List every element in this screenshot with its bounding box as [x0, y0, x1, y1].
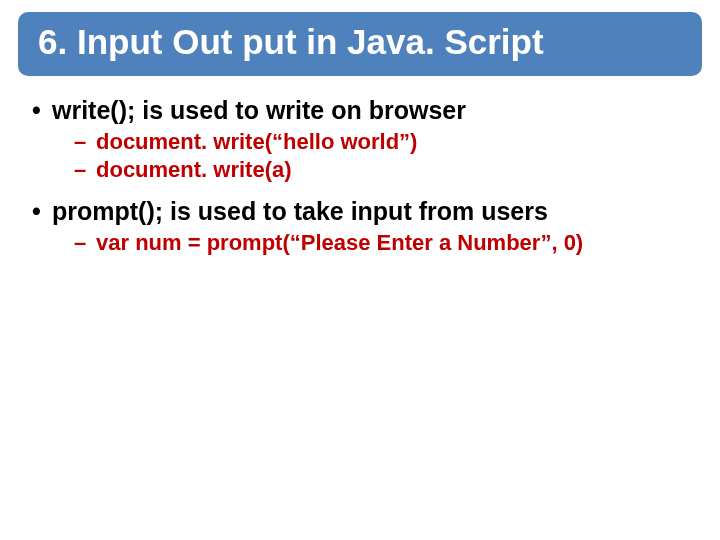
- slide: 6. Input Out put in Java. Script write()…: [0, 0, 720, 540]
- slide-title: 6. Input Out put in Java. Script: [38, 22, 682, 62]
- bullet-subitem: document. write(a): [24, 157, 702, 183]
- content-area: write(); is used to write on browser doc…: [18, 96, 702, 256]
- spacer: [24, 185, 702, 197]
- bullet-subitem: var num = prompt(“Please Enter a Number”…: [24, 230, 702, 256]
- bullet-item: prompt(); is used to take input from use…: [24, 197, 702, 226]
- bullet-subitem: document. write(“hello world”): [24, 129, 702, 155]
- bullet-item: write(); is used to write on browser: [24, 96, 702, 125]
- title-box: 6. Input Out put in Java. Script: [18, 12, 702, 76]
